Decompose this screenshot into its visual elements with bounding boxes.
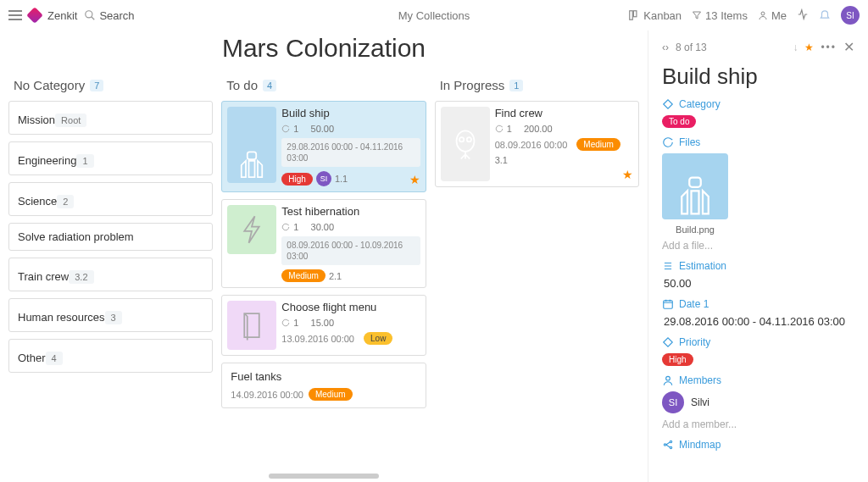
bell-icon[interactable] xyxy=(819,8,831,23)
column-to-do: To do 4 Build ship 1 50.00 29.08.2016 00… xyxy=(221,75,426,467)
items-count: 13 Items xyxy=(705,9,748,22)
card-mission[interactable]: MissionRoot xyxy=(8,101,213,135)
view-label: Kanban xyxy=(643,9,682,22)
column-title: To do xyxy=(226,78,258,92)
field-members: Members SI Silvi Add a member... xyxy=(662,374,854,430)
column-no-category: No Category 7 MissionRoot Engineering1 S… xyxy=(8,75,213,467)
book-icon xyxy=(227,301,276,350)
detail-panel: ‹› 8 of 13 ↓ ★ ••• ✕ Build ship Category… xyxy=(648,30,868,482)
file-thumbnail[interactable] xyxy=(662,153,728,219)
page-title: Mars Colonization xyxy=(0,30,648,75)
svg-point-4 xyxy=(761,12,765,15)
column-count: 4 xyxy=(263,80,276,91)
member-avatar: SI xyxy=(662,391,684,413)
star-icon[interactable]: ★ xyxy=(409,173,420,186)
column-title: In Progress xyxy=(440,78,505,92)
field-date1: Date 1 29.08.2016 00:00 - 04.11.2016 03:… xyxy=(662,298,854,328)
alien-icon xyxy=(441,107,490,181)
svg-point-14 xyxy=(670,446,671,448)
field-files: Files Build.png Add a file... xyxy=(662,136,854,252)
svg-point-8 xyxy=(466,137,470,141)
close-icon[interactable]: ✕ xyxy=(843,39,854,55)
svg-point-13 xyxy=(670,440,671,442)
card-find-crew[interactable]: Find crew 1 200.00 08.09.2016 00:00 Medi… xyxy=(435,101,639,187)
me-label: Me xyxy=(771,9,787,22)
bolt-icon xyxy=(227,205,276,254)
svg-rect-9 xyxy=(689,178,701,187)
card-test-hibernation[interactable]: Test hibernation 1 30.00 08.09.2016 00:0… xyxy=(221,199,426,288)
card-science[interactable]: Science2 xyxy=(8,182,213,216)
svg-rect-5 xyxy=(248,152,257,159)
svg-point-7 xyxy=(459,137,464,141)
detail-title[interactable]: Build ship xyxy=(662,64,854,90)
svg-rect-2 xyxy=(630,11,633,20)
horizontal-scrollbar[interactable] xyxy=(269,474,379,479)
view-switcher[interactable]: Kanban xyxy=(628,9,682,22)
card-radiation[interactable]: Solve radiation problem xyxy=(8,223,213,251)
me-filter[interactable]: Me xyxy=(758,9,787,22)
field-mindmap: Mindmap xyxy=(662,439,854,451)
activity-icon[interactable] xyxy=(797,8,809,23)
column-count: 1 xyxy=(509,80,523,91)
card-flight-menu[interactable]: Choose flight menu 1 15.00 13.09.2016 00… xyxy=(221,295,426,356)
field-estimation: Estimation 50.00 xyxy=(662,260,854,290)
field-priority: Priority High xyxy=(662,336,854,366)
card-hr[interactable]: Human resources3 xyxy=(8,298,213,332)
card-fuel-tanks[interactable]: Fuel tanks 14.09.2016 00:00Medium xyxy=(221,363,426,408)
estimation-value[interactable]: 50.00 xyxy=(662,277,854,290)
add-member[interactable]: Add a member... xyxy=(662,418,854,430)
logo-icon xyxy=(26,7,43,24)
prev-item-icon[interactable]: ‹› xyxy=(662,42,669,53)
search-button[interactable]: Search xyxy=(84,9,134,22)
star-icon[interactable]: ★ xyxy=(804,42,814,53)
card-other[interactable]: Other4 xyxy=(8,339,213,373)
field-category: Category To do xyxy=(662,98,854,128)
svg-point-11 xyxy=(666,376,670,380)
svg-point-0 xyxy=(86,11,92,18)
card-build-ship[interactable]: Build ship 1 50.00 29.08.2016 00:00 - 04… xyxy=(221,101,426,192)
member-row[interactable]: SI Silvi xyxy=(662,391,854,413)
column-title: No Category xyxy=(14,78,85,92)
column-count: 7 xyxy=(90,80,103,91)
breadcrumb[interactable]: My Collections xyxy=(295,9,573,22)
kanban-board: No Category 7 MissionRoot Engineering1 S… xyxy=(0,75,648,470)
category-value[interactable]: To do xyxy=(662,115,696,128)
star-icon[interactable]: ★ xyxy=(622,168,633,181)
brand-name: Zenkit xyxy=(47,9,77,22)
item-counter: 8 of 13 xyxy=(676,42,707,53)
avatar[interactable]: SI xyxy=(841,6,860,25)
svg-line-1 xyxy=(92,17,95,20)
file-name: Build.png xyxy=(662,224,728,235)
svg-point-12 xyxy=(664,444,665,446)
menu-icon[interactable] xyxy=(8,10,22,20)
member-name: Silvi xyxy=(691,396,709,408)
column-in-progress: In Progress 1 Find crew 1 200.00 08.09.2… xyxy=(435,75,639,467)
svg-rect-10 xyxy=(664,301,673,308)
svg-rect-3 xyxy=(634,11,637,17)
items-filter[interactable]: 13 Items xyxy=(692,9,748,22)
date1-value[interactable]: 29.08.2016 00:00 - 04.11.2016 03:00 xyxy=(662,315,854,328)
rockets-icon xyxy=(227,107,276,183)
more-icon[interactable]: ••• xyxy=(821,42,837,53)
add-file[interactable]: Add a file... xyxy=(662,240,854,252)
card-train-crew[interactable]: Train crew3.2 xyxy=(8,258,213,291)
download-icon[interactable]: ↓ xyxy=(793,42,798,53)
card-engineering[interactable]: Engineering1 xyxy=(8,141,213,175)
priority-value[interactable]: High xyxy=(662,353,693,366)
search-label: Search xyxy=(99,9,134,22)
